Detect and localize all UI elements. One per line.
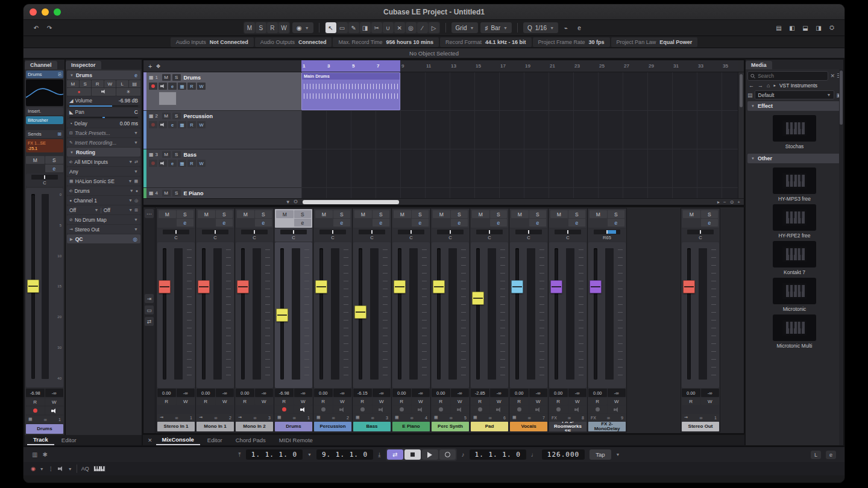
edit-channel-button[interactable]: e [451, 219, 468, 227]
read-automation-button[interactable]: R [549, 398, 568, 405]
grid-icon[interactable]: ▤ [129, 80, 141, 87]
secondary-time-display[interactable]: 1. 1. 1. 0 [470, 449, 526, 460]
freeze-icon[interactable]: ✳ [116, 88, 140, 96]
track-scale-icon[interactable]: ▼ [286, 199, 291, 205]
read-automation-button[interactable]: R [275, 398, 294, 405]
track-name[interactable]: E Piano [184, 190, 204, 196]
minimize-window-icon[interactable] [42, 8, 49, 16]
quantize-dropdown[interactable]: Q1/16▼ [523, 22, 558, 33]
record-enable-icon[interactable] [26, 407, 45, 414]
record-mode-icon[interactable]: ◉ [31, 466, 36, 472]
channel-fader[interactable]: 051015203040 [26, 188, 63, 387]
volume-value[interactable]: -2.85 [471, 389, 489, 397]
write-automation-button[interactable]: W [412, 398, 430, 405]
pan-row[interactable]: ◣PanC [67, 108, 140, 116]
mute-button[interactable]: M [162, 190, 171, 196]
lower-zone-tab[interactable]: Chord Pads [230, 436, 272, 445]
channel-name-label[interactable]: Mono In 2 [236, 422, 273, 431]
lane-button[interactable]: L [116, 80, 128, 87]
record-enable-icon[interactable] [471, 405, 489, 413]
solo-button[interactable]: S [45, 156, 64, 164]
write-button[interactable]: W [197, 160, 206, 167]
setup-gear-icon[interactable]: ⛭ [826, 22, 837, 33]
volume-value[interactable]: 0.00 [510, 389, 529, 397]
write-button[interactable]: W [197, 83, 206, 90]
tool-button[interactable]: ✕ [394, 22, 405, 33]
solo-button[interactable]: S [216, 210, 233, 218]
channel-routing[interactable]: ⇥ ∞ 2 [197, 414, 234, 421]
track-settings-gear-icon[interactable]: ⛭ [294, 199, 298, 205]
track-name[interactable]: Bass [184, 152, 197, 158]
fader-cap[interactable] [27, 280, 39, 293]
volume-fader[interactable] [236, 242, 273, 388]
fader-cap[interactable] [394, 280, 406, 293]
monitor-icon[interactable] [159, 160, 167, 167]
peak-value[interactable]: -∞ [255, 389, 274, 397]
inspector-tab[interactable]: Inspector [66, 61, 101, 69]
pan-control[interactable]: R65 [588, 228, 626, 242]
read-automation-button[interactable]: R [432, 398, 450, 405]
peak-value[interactable]: -∞ [608, 389, 626, 397]
pan-control[interactable]: C [682, 228, 719, 242]
insert-recording-dropdown[interactable]: ✎Insert Recording...▼ [67, 138, 140, 147]
lower-zone-tab[interactable]: MixConsole [156, 435, 200, 445]
goto-start-icon[interactable]: ⤒ [238, 451, 241, 458]
read-button[interactable]: R [187, 83, 196, 90]
left-zone-tab[interactable]: Editor [55, 436, 83, 445]
channel-track-chip[interactable]: Drums⎘ [26, 70, 63, 78]
channel-routing[interactable]: FX ∞ 8 [549, 414, 587, 421]
write-automation-button[interactable]: W [490, 398, 509, 405]
channel-routing[interactable]: ▦ ∞ 3 [353, 414, 391, 421]
mixer-channel-strip[interactable]: M S e C [392, 208, 430, 432]
edit-channel-button[interactable]: e [373, 219, 390, 227]
redo-icon[interactable]: ↷ [44, 22, 55, 33]
close-lower-zone-icon[interactable]: ✕ [145, 437, 155, 443]
channel-routing[interactable]: ▦ ∞ 6 [471, 414, 508, 421]
pan-control[interactable]: C [197, 228, 234, 242]
fader-cap[interactable] [237, 280, 249, 293]
solo-button[interactable]: S [333, 210, 351, 218]
write-automation-button[interactable]: W [255, 398, 274, 405]
monitor-icon[interactable] [490, 405, 509, 413]
track-row[interactable]: ▦ 3 M S Bass e [143, 149, 301, 188]
mixer-channel-strip[interactable]: M S e C [157, 208, 195, 432]
delay-row[interactable]: ◔Delay0.00 ms [67, 119, 140, 128]
transport-edit-icon[interactable]: e [826, 451, 836, 459]
quantize-panel-icon[interactable]: e [574, 22, 585, 33]
mixer-channel-strip[interactable]: M S e C [313, 208, 352, 432]
edit-channel-button[interactable]: e [177, 219, 194, 227]
breadcrumb[interactable]: VST Instruments [779, 83, 817, 89]
fader-cap[interactable] [315, 280, 327, 293]
channel-name-label[interactable]: Drums [275, 422, 312, 431]
write-automation-button[interactable]: W [177, 398, 195, 405]
edit-channel-button[interactable]: e [168, 160, 177, 167]
record-enable-icon[interactable] [275, 405, 294, 413]
read-automation-button[interactable]: R [682, 398, 700, 405]
zoom-preset-icon[interactable]: ▸ [717, 199, 720, 205]
mute-button[interactable]: M [162, 151, 171, 158]
fader-cap[interactable] [683, 280, 695, 293]
tool-button[interactable]: ◎ [406, 22, 417, 33]
play-button[interactable] [422, 449, 438, 460]
mute-button[interactable]: M [433, 210, 450, 218]
channel-routing[interactable]: ▦ ∞ 2 [314, 414, 351, 421]
mixer-channel-strip[interactable]: M S e C [274, 208, 313, 432]
solo-button[interactable]: S [373, 210, 390, 218]
fader-cap[interactable] [590, 280, 602, 293]
punch-icon[interactable]: ♪ [462, 451, 465, 458]
pan-control[interactable]: C [236, 228, 273, 242]
volume-fader[interactable] [549, 242, 587, 388]
inserts-section-label[interactable]: Insert. [26, 107, 63, 115]
left-zone-toggle-icon[interactable]: ◧ [787, 22, 797, 33]
monitor-icon[interactable] [159, 83, 167, 90]
mute-button[interactable]: M [472, 210, 489, 218]
solo-button[interactable]: S [701, 210, 719, 218]
volume-value[interactable]: 0.00 [432, 389, 450, 397]
edit-channel-button[interactable]: e [168, 121, 177, 128]
peak-value[interactable]: -∞ [216, 389, 234, 397]
monitor-icon[interactable] [568, 405, 587, 413]
track-row[interactable]: ▦ 4 M S E Piano e [143, 188, 301, 198]
edit-channel-button[interactable]: e [608, 219, 625, 227]
channel-name-label[interactable]: E Piano [392, 422, 430, 431]
volume-value[interactable]: 0.00 [549, 389, 568, 397]
